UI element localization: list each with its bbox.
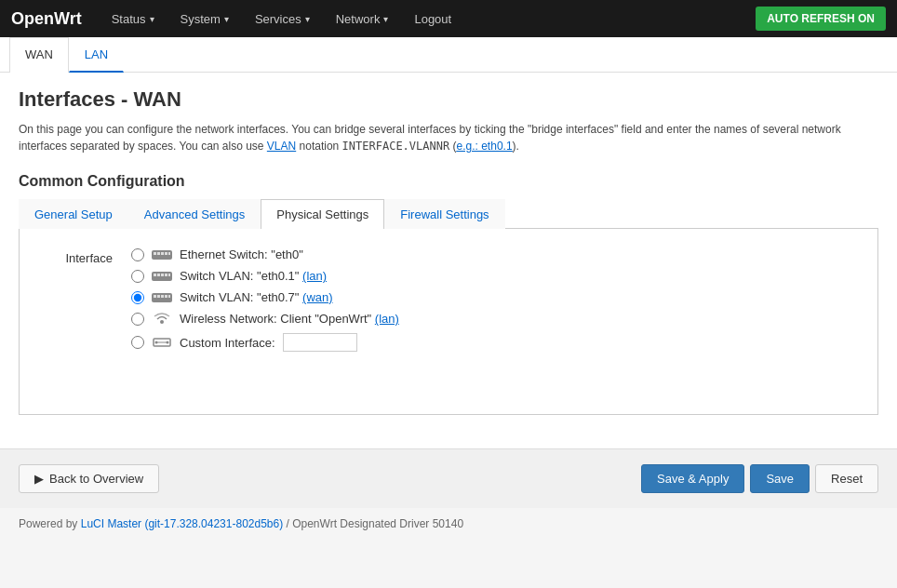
back-to-overview-button[interactable]: ▶ Back to Overview xyxy=(19,464,159,493)
tab-wan[interactable]: WAN xyxy=(9,37,69,73)
tab-advanced-settings[interactable]: Advanced Settings xyxy=(128,199,261,229)
chevron-down-icon: ▾ xyxy=(305,14,310,24)
page-footer: Powered by LuCI Master (git-17.328.04231… xyxy=(0,508,897,540)
interface-radio-custom[interactable] xyxy=(131,336,144,349)
svg-rect-9 xyxy=(161,274,164,276)
list-item: Ethernet Switch: "eth0" xyxy=(131,247,399,261)
svg-point-22 xyxy=(167,341,169,344)
ethernet-switch-icon xyxy=(152,248,172,261)
lan-link-2[interactable]: (lan) xyxy=(375,312,399,326)
svg-rect-11 xyxy=(168,274,170,276)
navbar: OpenWrt Status ▾ System ▾ Services ▾ Net… xyxy=(0,0,897,37)
chevron-down-icon: ▾ xyxy=(150,14,154,24)
back-icon: ▶ xyxy=(34,472,44,486)
page-title: Interfaces - WAN xyxy=(19,87,878,112)
svg-rect-7 xyxy=(154,274,156,276)
interface-radio-wireless[interactable] xyxy=(131,313,144,326)
list-item: Wireless Network: Client "OpenWrt" (lan) xyxy=(131,312,399,326)
reset-button[interactable]: Reset xyxy=(815,464,878,493)
vlan-link[interactable]: VLAN xyxy=(267,140,296,153)
custom-interface-icon xyxy=(152,336,172,349)
example-link[interactable]: e.g.: eth0.1 xyxy=(457,140,513,153)
svg-rect-3 xyxy=(161,252,164,255)
action-buttons: Save & Apply Save Reset xyxy=(641,464,878,493)
tab-physical-settings[interactable]: Physical Settings xyxy=(261,199,384,229)
svg-rect-15 xyxy=(161,295,164,298)
svg-rect-2 xyxy=(157,252,160,255)
nav-item-services[interactable]: Services ▾ xyxy=(244,5,321,33)
svg-point-21 xyxy=(155,341,158,344)
nav-item-system[interactable]: System ▾ xyxy=(169,5,240,33)
interface-option-label-eth0.1: Switch VLAN: "eth0.1" (lan) xyxy=(180,269,327,283)
interface-option-label-custom: Custom Interface: xyxy=(180,336,275,350)
brand-logo: OpenWrt xyxy=(11,9,82,29)
interface-option-label-eth0: Ethernet Switch: "eth0" xyxy=(180,247,303,261)
interface-option-label-eth0.7: Switch VLAN: "eth0.7" (wan) xyxy=(180,290,333,304)
interface-radio-eth0.7[interactable] xyxy=(131,291,144,304)
interface-tab-bar: WAN LAN xyxy=(0,37,897,73)
section-title: Common Configuration xyxy=(19,173,878,190)
save-apply-button[interactable]: Save & Apply xyxy=(641,464,744,493)
list-item: Switch VLAN: "eth0.7" (wan) xyxy=(131,290,399,304)
tab-general-setup[interactable]: General Setup xyxy=(19,199,128,229)
interface-radio-eth0[interactable] xyxy=(131,248,144,261)
interface-options-list: Ethernet Switch: "eth0" S xyxy=(131,247,399,352)
chevron-down-icon: ▾ xyxy=(383,14,388,24)
nav-item-network[interactable]: Network ▾ xyxy=(325,5,400,33)
svg-point-18 xyxy=(160,320,164,324)
lan-link-1[interactable]: (lan) xyxy=(302,269,327,283)
chevron-down-icon: ▾ xyxy=(224,14,229,24)
svg-rect-4 xyxy=(165,252,167,255)
config-tabs: General Setup Advanced Settings Physical… xyxy=(19,199,878,229)
svg-rect-17 xyxy=(168,295,170,298)
list-item: Switch VLAN: "eth0.1" (lan) xyxy=(131,269,399,283)
luci-link[interactable]: LuCI Master (git-17.328.04231-802d5b6) xyxy=(81,517,283,530)
page-description: On this page you can configure the netwo… xyxy=(19,121,878,154)
interface-section: Interface Ethernet Switch: xyxy=(38,247,859,352)
svg-rect-16 xyxy=(165,295,167,298)
svg-rect-14 xyxy=(157,295,160,298)
svg-rect-10 xyxy=(165,274,167,276)
wan-link[interactable]: (wan) xyxy=(302,290,333,304)
nav-menu: Status ▾ System ▾ Services ▾ Network ▾ L… xyxy=(100,5,756,33)
page-body: Interfaces - WAN On this page you can co… xyxy=(0,73,897,430)
switch-vlan-icon-1 xyxy=(152,270,172,283)
tab-lan[interactable]: LAN xyxy=(69,37,124,73)
main-content: WAN LAN Interfaces - WAN On this page yo… xyxy=(0,37,897,508)
list-item: Custom Interface: xyxy=(131,333,399,352)
svg-rect-8 xyxy=(157,274,160,276)
interface-option-label-wireless: Wireless Network: Client "OpenWrt" (lan) xyxy=(180,312,399,326)
nav-item-status[interactable]: Status ▾ xyxy=(100,5,166,33)
nav-item-logout[interactable]: Logout xyxy=(403,5,462,33)
auto-refresh-button[interactable]: AUTO REFRESH ON xyxy=(756,7,886,31)
save-button[interactable]: Save xyxy=(750,464,810,493)
footer-bar: ▶ Back to Overview Save & Apply Save Res… xyxy=(0,448,897,508)
switch-vlan-icon-2 xyxy=(152,291,172,304)
config-content: Interface Ethernet Switch: xyxy=(19,229,878,415)
interface-radio-eth0.1[interactable] xyxy=(131,270,144,283)
tab-firewall-settings[interactable]: Firewall Settings xyxy=(384,199,504,229)
custom-interface-input[interactable] xyxy=(283,333,357,352)
interface-label: Interface xyxy=(38,247,113,265)
svg-rect-13 xyxy=(154,295,156,298)
wireless-icon xyxy=(152,313,172,326)
svg-rect-5 xyxy=(168,252,170,255)
svg-rect-1 xyxy=(154,252,156,255)
